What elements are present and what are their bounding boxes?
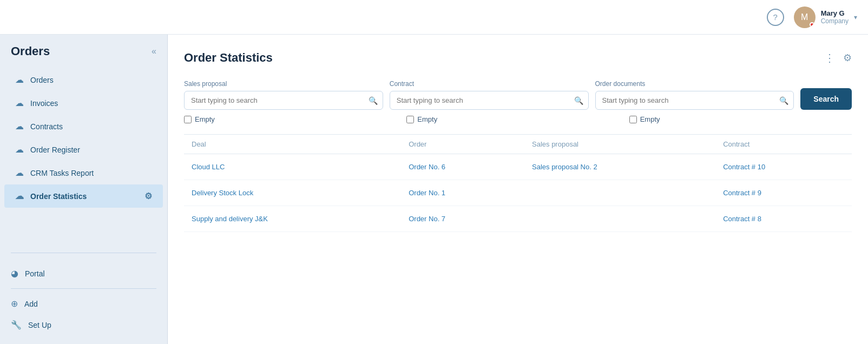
- filter-input-wrap-contract: 🔍: [390, 91, 589, 110]
- filter-label-contract: Contract: [390, 80, 589, 88]
- topbar: ? M Mary G Company ▾: [0, 0, 868, 35]
- more-options-button[interactable]: ⋮: [824, 51, 836, 64]
- cell-sales_proposal: [524, 180, 715, 206]
- col-header-sales-proposal: Sales proposal: [524, 135, 715, 154]
- col-header-deal: Deal: [184, 135, 401, 154]
- cell-order[interactable]: Order No. 7: [401, 206, 524, 232]
- cell-sales_proposal[interactable]: Sales proposal No. 2: [524, 154, 715, 180]
- checkbox-label-sales-proposal: Empty: [195, 115, 215, 123]
- search-button[interactable]: Search: [800, 88, 852, 110]
- sidebar-item-orders[interactable]: ☁ Orders: [4, 68, 163, 91]
- sidebar: Orders « ☁ Orders ☁ Invoices ☁ Contracts…: [0, 35, 168, 344]
- gear-icon[interactable]: ⚙: [144, 191, 152, 201]
- table-row: Supply and delivery J&KOrder No. 7Contra…: [184, 206, 852, 232]
- user-menu[interactable]: M Mary G Company ▾: [794, 6, 857, 28]
- sidebar-item-label: Portal: [25, 269, 45, 278]
- cell-contract[interactable]: Contract # 9: [715, 180, 852, 206]
- filter-sales-proposal: Sales proposal 🔍: [184, 80, 383, 110]
- sidebar-item-label: Invoices: [30, 99, 58, 108]
- sidebar-title: Orders: [11, 44, 50, 58]
- table-row: Delivery Stock LockOrder No. 1Contract #…: [184, 180, 852, 206]
- sidebar-item-label: Order Statistics: [30, 192, 87, 201]
- page-title: Order Statistics: [184, 51, 273, 65]
- cloud-icon: ☁: [15, 144, 24, 155]
- data-table: Deal Order Sales proposal Contract Cloud…: [184, 134, 852, 232]
- sidebar-item-label: Order Register: [30, 145, 80, 154]
- sidebar-nav: ☁ Orders ☁ Invoices ☁ Contracts ☁ Order …: [0, 64, 167, 248]
- cloud-icon: ☁: [15, 168, 24, 178]
- checkbox-empty-order-docs: Empty: [629, 115, 845, 123]
- cloud-icon: ☁: [15, 75, 24, 85]
- checkboxes-row: Empty Empty Empty: [184, 115, 852, 123]
- search-icon: 🔍: [574, 96, 583, 105]
- topbar-right: ? M Mary G Company ▾: [767, 6, 857, 28]
- add-icon: ⊕: [11, 299, 18, 309]
- sidebar-item-label: Set Up: [28, 321, 51, 329]
- cell-deal[interactable]: Supply and delivery J&K: [184, 206, 401, 232]
- sidebar-item-label: Contracts: [30, 122, 63, 131]
- sidebar-item-order-register[interactable]: ☁ Order Register: [4, 138, 163, 161]
- collapse-button[interactable]: «: [152, 47, 156, 56]
- filter-order-documents: Order documents 🔍: [595, 80, 794, 110]
- search-icon: 🔍: [779, 96, 788, 105]
- cell-order[interactable]: Order No. 1: [401, 180, 524, 206]
- checkbox-label-order-docs: Empty: [640, 115, 660, 123]
- contract-input[interactable]: [390, 91, 589, 110]
- checkbox-sales-proposal-empty[interactable]: [184, 116, 192, 123]
- sidebar-item-label: Add: [24, 300, 38, 308]
- help-button[interactable]: ?: [767, 9, 784, 26]
- content-header: Order Statistics ⋮ ⚙: [184, 51, 852, 65]
- cloud-icon: ☁: [15, 121, 24, 131]
- cell-order[interactable]: Order No. 6: [401, 154, 524, 180]
- filter-input-wrap-order-documents: 🔍: [595, 91, 794, 110]
- filter-input-wrap-sales-proposal: 🔍: [184, 91, 383, 110]
- avatar: M: [794, 6, 816, 28]
- table-row: Cloud LLCOrder No. 6Sales proposal No. 2…: [184, 154, 852, 180]
- sidebar-bottom: ◕ Portal ⊕ Add 🔧 Set Up: [0, 257, 167, 344]
- sidebar-item-setup[interactable]: 🔧 Set Up: [0, 314, 167, 335]
- sidebar-divider: [11, 253, 156, 253]
- user-name-block: Mary G Company: [821, 9, 849, 25]
- user-company: Company: [821, 17, 849, 25]
- cell-sales_proposal: [524, 206, 715, 232]
- cloud-icon: ☁: [15, 191, 24, 201]
- sidebar-item-label: CRM Tasks Report: [30, 169, 94, 177]
- col-header-order: Order: [401, 135, 524, 154]
- avatar-initials: M: [801, 12, 808, 22]
- sidebar-item-contracts[interactable]: ☁ Contracts: [4, 115, 163, 138]
- filters-row: Sales proposal 🔍 Contract 🔍 Order docume…: [184, 80, 852, 110]
- sidebar-item-add[interactable]: ⊕ Add: [0, 293, 167, 314]
- order-documents-input[interactable]: [595, 91, 794, 110]
- sidebar-item-invoices[interactable]: ☁ Invoices: [4, 91, 163, 115]
- cell-contract[interactable]: Contract # 8: [715, 206, 852, 232]
- online-status-dot: [810, 22, 814, 27]
- sidebar-item-order-statistics[interactable]: ☁ Order Statistics ⚙: [4, 184, 163, 208]
- main-layout: Orders « ☁ Orders ☁ Invoices ☁ Contracts…: [0, 35, 868, 344]
- sales-proposal-input[interactable]: [184, 91, 383, 110]
- cell-contract[interactable]: Contract # 10: [715, 154, 852, 180]
- settings-icon[interactable]: ⚙: [843, 52, 852, 64]
- cloud-icon: ☁: [15, 98, 24, 108]
- checkbox-order-docs-empty[interactable]: [629, 116, 637, 123]
- col-header-contract: Contract: [715, 135, 852, 154]
- checkbox-contract-empty[interactable]: [406, 116, 414, 123]
- cell-deal[interactable]: Delivery Stock Lock: [184, 180, 401, 206]
- checkbox-label-contract: Empty: [417, 115, 437, 123]
- sidebar-divider-2: [11, 288, 156, 289]
- filter-label-order-documents: Order documents: [595, 80, 794, 88]
- sidebar-item-crm-tasks-report[interactable]: ☁ CRM Tasks Report: [4, 161, 163, 184]
- user-name: Mary G: [821, 9, 849, 17]
- filter-contract: Contract 🔍: [390, 80, 589, 110]
- filter-label-sales-proposal: Sales proposal: [184, 80, 383, 88]
- content-header-actions: ⋮ ⚙: [824, 51, 852, 64]
- portal-icon: ◕: [11, 268, 18, 279]
- checkbox-empty-sales-proposal: Empty: [184, 115, 400, 123]
- content-area: Order Statistics ⋮ ⚙ Sales proposal 🔍 Co…: [168, 35, 868, 344]
- sidebar-item-label: Orders: [30, 76, 54, 84]
- wrench-icon: 🔧: [11, 320, 22, 330]
- sidebar-item-portal[interactable]: ◕ Portal: [0, 263, 167, 284]
- search-icon: 🔍: [369, 96, 378, 105]
- checkbox-empty-contract: Empty: [406, 115, 622, 123]
- sidebar-header: Orders «: [0, 35, 167, 64]
- cell-deal[interactable]: Cloud LLC: [184, 154, 401, 180]
